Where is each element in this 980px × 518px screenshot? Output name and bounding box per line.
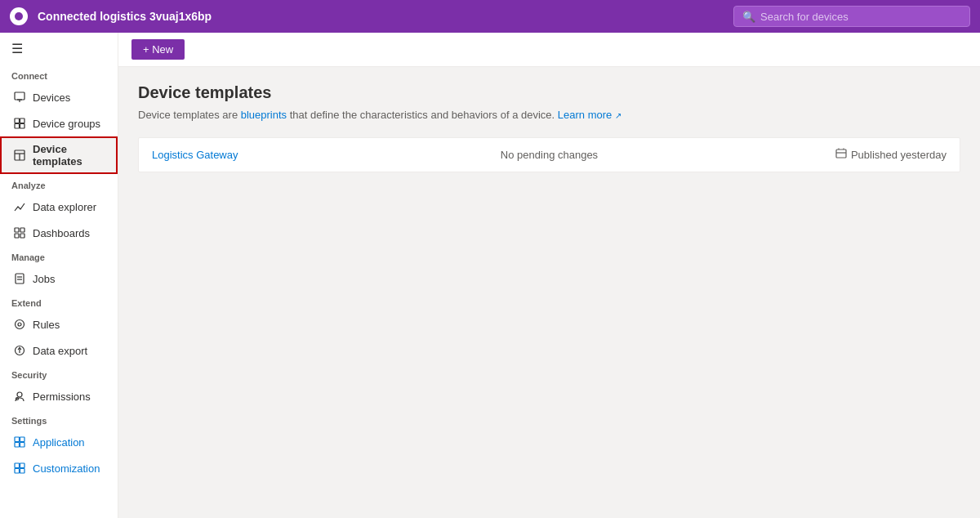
sidebar-item-data-explorer-label: Data explorer [33,201,96,213]
sidebar-item-data-explorer[interactable]: Data explorer [0,194,118,220]
page-title: Device templates [138,83,960,102]
svg-rect-4 [20,118,25,123]
external-link-icon: ↗ [615,111,621,120]
sidebar: ☰ Connect Devices Device groups Device t… [0,33,118,518]
toolbar: + New [118,33,980,67]
svg-rect-23 [15,437,20,442]
svg-rect-29 [15,469,20,474]
permission-icon [13,390,26,403]
svg-rect-10 [15,228,19,232]
section-manage-label: Manage [0,246,118,266]
sidebar-item-data-export-label: Data export [33,345,87,357]
sidebar-item-customization-label: Customization [33,462,100,475]
template-icon [13,149,26,162]
published-text: Published yesterday [851,149,947,161]
template-status: No pending changes [416,149,681,161]
layout: ☰ Connect Devices Device groups Device t… [0,33,980,518]
sidebar-item-rules[interactable]: Rules [0,311,118,337]
section-analyze-label: Analyze [0,174,118,194]
svg-rect-26 [20,443,25,448]
desc-blueprint-link[interactable]: blueprints [241,109,287,121]
job-icon [13,272,26,285]
new-button[interactable]: + New [131,39,185,60]
svg-point-21 [17,392,22,397]
main-content: + New Device templates Device templates … [118,33,980,518]
section-connect-label: Connect [0,65,118,84]
sidebar-item-data-export[interactable]: Data export [0,337,118,364]
hamburger-button[interactable]: ☰ [0,33,118,65]
sidebar-item-permissions[interactable]: Permissions [0,383,118,409]
search-icon: 🔍 [742,11,755,23]
app-settings-icon [13,435,26,449]
learn-more-link[interactable]: Learn more ↗ [558,109,621,121]
svg-rect-6 [20,124,25,129]
svg-rect-30 [20,469,25,474]
template-name-link[interactable]: Logistics Gateway [152,149,416,161]
svg-rect-14 [16,274,24,284]
sidebar-item-application-label: Application [33,436,85,449]
sidebar-item-devices[interactable]: Devices [0,84,118,110]
table-row: Logistics Gateway No pending changes Pub… [139,138,960,172]
svg-rect-24 [20,437,25,442]
new-button-label: + New [143,43,173,56]
export-icon [13,344,26,357]
sidebar-item-rules-label: Rules [33,319,60,331]
device-icon [13,91,26,104]
sidebar-item-device-templates-label: Device templates [33,143,106,167]
content-area: Device templates Device templates are bl… [118,67,980,518]
customization-icon [13,462,26,475]
sidebar-item-jobs[interactable]: Jobs [0,266,118,292]
sidebar-item-device-templates[interactable]: Device templates [0,136,118,174]
svg-rect-31 [836,150,846,158]
section-security-label: Security [0,364,118,383]
sidebar-item-dashboards-label: Dashboards [33,227,90,239]
svg-point-18 [18,323,21,326]
chart-icon [13,200,26,213]
svg-rect-12 [15,234,19,238]
sidebar-item-customization[interactable]: Customization [0,455,118,481]
dashboard-icon [13,226,26,239]
svg-rect-28 [20,463,25,468]
published-icon [835,148,847,162]
desc-middle: that define the characteristics and beha… [287,109,555,121]
sidebar-item-permissions-label: Permissions [33,391,91,403]
template-list: Logistics Gateway No pending changes Pub… [138,137,960,172]
app-logo [10,7,28,25]
svg-rect-13 [20,234,24,238]
sidebar-item-device-groups-label: Device groups [33,118,100,130]
desc-prefix: Device templates are [138,109,241,121]
svg-point-17 [16,320,24,329]
page-description: Device templates are blueprints that def… [138,109,960,121]
sidebar-item-device-groups[interactable]: Device groups [0,110,118,136]
section-extend-label: Extend [0,292,118,311]
svg-rect-25 [15,443,20,448]
svg-rect-5 [15,124,20,129]
sidebar-item-dashboards[interactable]: Dashboards [0,220,118,246]
search-bar[interactable]: 🔍 Search for devices [733,6,970,27]
svg-rect-27 [15,463,20,468]
template-published: Published yesterday [682,148,947,162]
app-title: Connected logistics 3vuaj1x6bp [38,10,212,23]
svg-rect-0 [15,92,24,100]
topbar: Connected logistics 3vuaj1x6bp 🔍 Search … [0,0,980,33]
search-placeholder: Search for devices [760,11,849,23]
sidebar-item-application[interactable]: Application [0,429,118,455]
svg-rect-11 [20,228,24,232]
section-settings-label: Settings [0,409,118,429]
group-icon [13,117,26,130]
rule-icon [13,318,26,331]
svg-rect-3 [15,118,20,123]
sidebar-item-jobs-label: Jobs [33,273,55,285]
sidebar-item-devices-label: Devices [33,92,70,104]
